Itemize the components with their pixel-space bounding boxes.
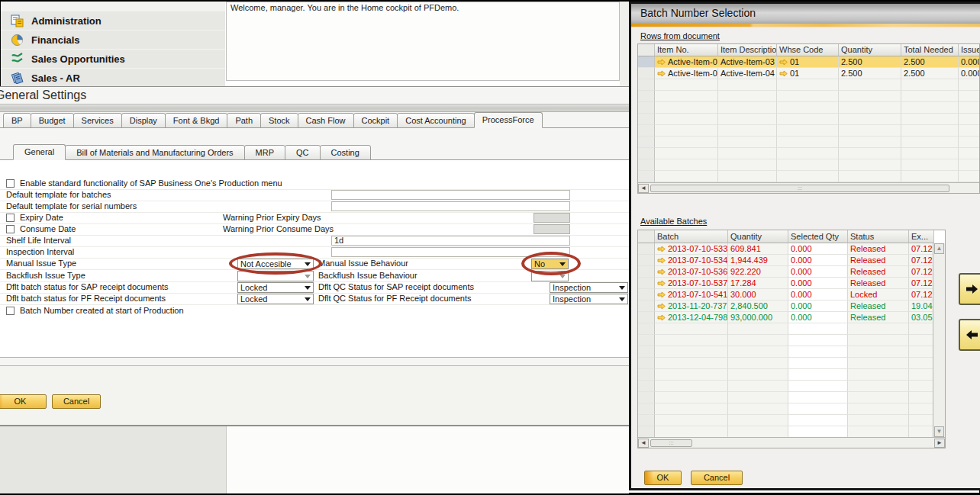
batches-table-hscrollbar[interactable]: ◄:::► (638, 437, 945, 448)
subtab-costing[interactable]: Costing (320, 145, 371, 160)
link-arrow-icon[interactable] (657, 278, 666, 289)
link-arrow-icon[interactable] (657, 290, 666, 301)
tab-cost-accounting[interactable]: Cost Accounting (397, 113, 475, 128)
row-selector[interactable] (638, 255, 655, 266)
table-empty-row[interactable] (638, 91, 979, 102)
scroll-right-button[interactable]: ► (934, 439, 945, 448)
shelf-life-interval-input[interactable]: 1d (331, 236, 570, 246)
table-row[interactable]: 2013-07-10-533609.8410.000Released07.12. (638, 243, 945, 255)
table-empty-row[interactable] (638, 323, 945, 335)
tab-path[interactable]: Path (227, 113, 261, 128)
link-arrow-icon[interactable] (657, 244, 666, 255)
move-right-button[interactable] (959, 273, 980, 305)
tab-font-bkgd[interactable]: Font & Bkgd (165, 113, 228, 128)
cell-issued[interactable]: 0.000 (959, 68, 980, 79)
table-empty-row[interactable] (638, 137, 979, 148)
cell-quantity[interactable]: 2,840.500 (728, 301, 788, 312)
cell-quantity[interactable]: 1,944.439 (728, 255, 788, 266)
row-selector[interactable] (638, 278, 655, 289)
move-left-button[interactable] (959, 319, 980, 351)
batch-number-start-checkbox[interactable] (6, 307, 15, 315)
table-empty-row[interactable] (638, 346, 945, 358)
dflt-batch-status-sap-dropdown[interactable]: Locked (237, 282, 314, 293)
tab-display[interactable]: Display (121, 113, 166, 128)
row-selector[interactable] (638, 68, 655, 79)
dflt-qc-status-pf-dropdown[interactable]: Inspection (550, 294, 628, 304)
dialog-ok-button[interactable]: OK (644, 471, 682, 485)
table-empty-row[interactable] (638, 79, 979, 91)
consume-date-checkbox[interactable] (6, 225, 15, 233)
cell-whse-code[interactable]: 01 (777, 56, 839, 68)
cell-quantity[interactable]: 609.841 (728, 243, 788, 255)
cell-batch[interactable]: 2013-07-10-537 (655, 278, 728, 289)
table-empty-row[interactable] (638, 102, 979, 114)
scroll-left-button[interactable]: ◄ (638, 439, 649, 448)
table-empty-row[interactable] (638, 392, 945, 403)
scroll-down-button[interactable]: ▼ (934, 426, 944, 437)
table-empty-row[interactable] (638, 415, 945, 426)
row-selector[interactable] (638, 312, 655, 323)
cell-batch[interactable]: 2013-07-10-541 (655, 289, 728, 301)
scroll-left-button[interactable]: ◄ (638, 184, 649, 193)
tab-processforce[interactable]: ProcessForce (474, 112, 543, 128)
row-selector[interactable] (638, 56, 655, 68)
table-empty-row[interactable] (638, 403, 945, 415)
sidebar-item-administration[interactable]: Administration (1, 11, 225, 30)
link-arrow-icon[interactable] (657, 313, 666, 323)
subtab-bill-of-materials-and-manufacturing-orders[interactable]: Bill of Materials and Manufacturing Orde… (65, 145, 244, 160)
table-row[interactable]: Active-Item-0Active-Item-04012.5002.5000… (638, 68, 979, 79)
tab-bp[interactable]: BP (3, 113, 31, 128)
table-empty-row[interactable] (638, 125, 979, 137)
cell-quantity[interactable]: 922.220 (728, 266, 788, 278)
link-arrow-icon[interactable] (779, 69, 788, 79)
table-row[interactable]: Active-Item-0Active-Item-03012.5002.5000… (638, 56, 979, 68)
table-row[interactable]: 2013-12-04-79893,000.0000.000Released03.… (638, 312, 945, 323)
default-template-serials-input[interactable] (331, 201, 570, 211)
row-selector[interactable] (638, 266, 655, 278)
cell-whse-code[interactable]: 01 (777, 68, 839, 79)
cell-item-description[interactable]: Active-Item-03 (718, 56, 777, 68)
link-arrow-icon[interactable] (657, 256, 666, 266)
row-selector[interactable] (638, 289, 655, 301)
cell-selected-qty[interactable]: 0.000 (788, 312, 848, 323)
table-empty-row[interactable] (638, 335, 945, 346)
link-arrow-icon[interactable] (779, 57, 788, 68)
expiry-date-checkbox[interactable] (6, 214, 15, 222)
table-empty-row[interactable] (638, 159, 979, 171)
scroll-thumb[interactable]: ::: (650, 439, 692, 447)
cell-quantity[interactable]: 30.000 (728, 289, 788, 301)
cell-total-needed[interactable]: 2.500 (901, 68, 959, 79)
cell-selected-qty[interactable]: 0.000 (788, 266, 848, 278)
link-arrow-icon[interactable] (657, 69, 666, 79)
tab-stock[interactable]: Stock (260, 113, 298, 128)
dflt-qc-status-sap-dropdown[interactable]: Inspection (550, 282, 628, 293)
cell-quantity[interactable]: 93,000.000 (728, 312, 788, 323)
dialog-cancel-button[interactable]: Cancel (691, 471, 743, 485)
tab-budget[interactable]: Budget (31, 113, 74, 128)
cell-quantity[interactable]: 2.500 (839, 68, 901, 79)
cell-quantity[interactable]: 2.500 (839, 56, 901, 68)
tab-cash-flow[interactable]: Cash Flow (298, 113, 354, 128)
batches-table-vscrollbar[interactable]: ▲▼ (933, 243, 945, 437)
sidebar-item-sales-ar[interactable]: Sales - AR (1, 69, 225, 86)
rows-table-hscrollbar[interactable]: ◄::: (638, 182, 979, 193)
cell-item-no[interactable]: Active-Item-0 (655, 56, 718, 68)
row-selector[interactable] (638, 301, 655, 312)
table-row[interactable]: 2013-07-10-54130.0000.000Locked07.12. (638, 289, 945, 301)
tab-services[interactable]: Services (73, 113, 122, 128)
row-selector[interactable] (638, 243, 655, 255)
subtab-qc[interactable]: QC (285, 145, 321, 160)
link-arrow-icon[interactable] (657, 301, 666, 312)
cell-item-description[interactable]: Active-Item-04 (718, 68, 777, 79)
table-row[interactable]: 2013-07-10-536922.2200.000Released07.12. (638, 266, 945, 278)
link-arrow-icon[interactable] (657, 57, 666, 68)
subtab-general[interactable]: General (13, 144, 66, 160)
sidebar-item-sales-opportunities[interactable]: Sales Opportunities (1, 50, 225, 68)
default-template-batches-input[interactable] (331, 190, 570, 200)
scroll-up-button[interactable]: ▲ (934, 243, 944, 254)
cell-batch[interactable]: 2013-07-10-534 (655, 255, 728, 266)
link-arrow-icon[interactable] (657, 267, 666, 278)
cell-selected-qty[interactable]: 0.000 (788, 301, 848, 312)
ok-button[interactable]: OK (0, 394, 47, 409)
cell-quantity[interactable]: 17.284 (728, 278, 788, 289)
